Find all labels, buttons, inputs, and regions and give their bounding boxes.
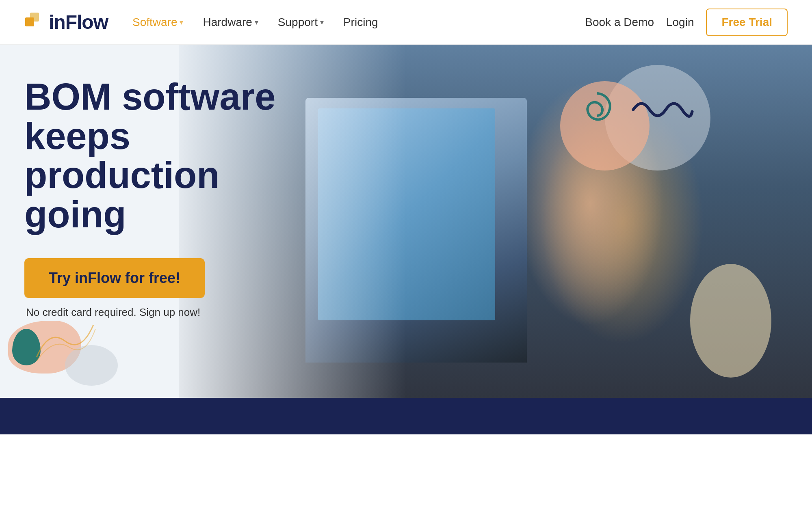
chevron-down-icon: ▾: [180, 18, 183, 27]
logo-icon: [24, 12, 45, 33]
logo-text: inFlow: [49, 11, 108, 33]
hero-title: BOM software keeps production going: [24, 77, 276, 234]
logo[interactable]: inFlow: [24, 11, 108, 33]
nav-links: Software ▾ Hardware ▾ Support ▾ Pricing: [124, 12, 585, 33]
hero-content: BOM software keeps production going Try …: [24, 77, 276, 319]
chevron-down-icon: ▾: [320, 18, 324, 27]
hero-section: BOM software keeps production going Try …: [0, 45, 812, 398]
book-demo-link[interactable]: Book a Demo: [585, 16, 654, 29]
deco-line-art: [32, 317, 97, 365]
svg-rect-2: [25, 17, 34, 26]
deco-circle-beige: [690, 264, 771, 378]
footer-bar: [0, 398, 812, 434]
hero-subcopy: No credit card required. Sign up now!: [26, 306, 276, 319]
nav-item-support[interactable]: Support ▾: [270, 12, 332, 33]
nav-item-pricing[interactable]: Pricing: [335, 12, 386, 33]
free-trial-button[interactable]: Free Trial: [706, 9, 788, 36]
login-link[interactable]: Login: [666, 16, 694, 29]
nav-right: Book a Demo Login Free Trial: [585, 9, 788, 36]
nav-item-software[interactable]: Software ▾: [124, 12, 192, 33]
deco-wave-icon: [629, 93, 694, 127]
chevron-down-icon: ▾: [255, 18, 258, 27]
navbar: inFlow Software ▾ Hardware ▾ Support ▾ P…: [0, 0, 812, 45]
deco-teal-swirl: [572, 85, 621, 142]
nav-item-hardware[interactable]: Hardware ▾: [195, 12, 266, 33]
hero-cta-button[interactable]: Try inFlow for free!: [24, 258, 205, 298]
